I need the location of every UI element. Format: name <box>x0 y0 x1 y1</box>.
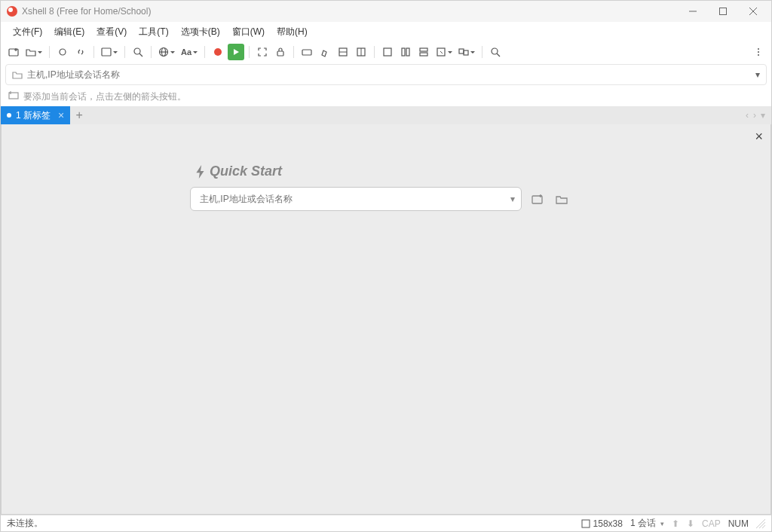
menu-tools[interactable]: 工具(T) <box>133 23 174 41</box>
menu-window[interactable]: 窗口(W) <box>226 23 271 41</box>
app-icon <box>7 6 17 17</box>
svg-rect-15 <box>302 50 311 55</box>
svg-rect-38 <box>582 520 590 527</box>
svg-rect-7 <box>102 48 111 56</box>
link-button[interactable] <box>72 44 89 60</box>
menu-help[interactable]: 帮助(H) <box>271 23 314 41</box>
maximize-button[interactable] <box>708 1 738 22</box>
svg-point-8 <box>134 48 140 54</box>
main-content: × Quick Start ▾ <box>1 124 771 515</box>
svg-rect-28 <box>464 50 468 55</box>
svg-rect-24 <box>420 48 427 51</box>
svg-rect-23 <box>406 48 409 56</box>
more-button[interactable] <box>750 44 767 60</box>
quick-start-dropdown-icon[interactable]: ▾ <box>510 194 515 204</box>
tab-prev-button[interactable]: ‹ <box>744 110 750 121</box>
tab-list-button[interactable]: ▾ <box>759 110 767 121</box>
layout3-button[interactable] <box>415 44 432 60</box>
hint-bar: 要添加当前会话，点击左侧的箭头按钮。 <box>1 87 771 106</box>
address-dropdown-icon[interactable]: ▾ <box>755 69 760 80</box>
tab-active[interactable]: 1 新标签 × <box>1 106 70 124</box>
status-num: NUM <box>728 518 749 529</box>
address-input[interactable] <box>27 69 755 80</box>
menubar: 文件(F) 编辑(E) 查看(V) 工具(T) 选项卡(B) 窗口(W) 帮助(… <box>1 22 771 41</box>
menu-file[interactable]: 文件(F) <box>7 23 48 41</box>
resize-grip-icon[interactable] <box>756 519 765 528</box>
highlight-button[interactable] <box>317 44 333 60</box>
tab-close-button[interactable]: × <box>58 109 64 121</box>
terminal-new-button[interactable] <box>99 44 120 60</box>
fullscreen-button[interactable] <box>254 44 271 60</box>
open-session-button[interactable] <box>23 44 44 60</box>
lock-button[interactable] <box>272 44 289 60</box>
quick-start-open-button[interactable] <box>553 191 570 207</box>
quick-start-input[interactable] <box>200 194 510 204</box>
address-bar[interactable]: ▾ <box>5 64 767 85</box>
svg-rect-21 <box>384 48 391 56</box>
status-bar: 未连接。 158x38 1 会话 ⬆ ⬇ CAP NUM <box>1 515 771 531</box>
svg-point-32 <box>758 51 759 53</box>
svg-point-13 <box>214 48 222 56</box>
quick-start-title: Quick Start <box>195 164 282 179</box>
layout2-button[interactable] <box>397 44 414 60</box>
svg-rect-14 <box>277 51 283 56</box>
quick-start-panel: Quick Start ▾ <box>190 164 582 211</box>
menu-tabs[interactable]: 选项卡(B) <box>175 23 226 41</box>
tab-next-button[interactable]: › <box>752 110 758 121</box>
search-button[interactable] <box>130 44 146 60</box>
status-cap: CAP <box>702 518 721 529</box>
arrange2-button[interactable] <box>456 44 477 60</box>
new-tab-button[interactable]: + <box>70 106 88 124</box>
close-window-button[interactable] <box>738 1 768 22</box>
status-sessions[interactable]: 1 会话 <box>630 517 664 530</box>
toolbar: Aa <box>1 41 771 63</box>
menu-view[interactable]: 查看(V) <box>90 23 133 41</box>
tab-nav: ‹ › ▾ <box>744 106 771 124</box>
play-button[interactable] <box>228 44 244 60</box>
keyboard-button[interactable] <box>299 44 315 60</box>
window-title: Xshell 8 (Free for Home/School) <box>22 6 678 17</box>
panel1-button[interactable] <box>335 44 351 60</box>
svg-point-33 <box>758 54 759 56</box>
svg-point-29 <box>492 48 498 54</box>
tab-label: 1 新标签 <box>16 109 51 122</box>
lightning-icon <box>195 165 207 179</box>
svg-rect-25 <box>420 53 427 56</box>
svg-point-31 <box>758 48 759 50</box>
svg-rect-22 <box>402 48 405 56</box>
svg-rect-1 <box>720 8 727 15</box>
new-session-button[interactable] <box>5 44 22 60</box>
svg-line-30 <box>497 54 500 57</box>
minimize-button[interactable] <box>678 1 708 22</box>
svg-line-9 <box>139 54 142 57</box>
arrange1-button[interactable] <box>433 44 455 60</box>
status-down-icon: ⬇ <box>687 518 694 529</box>
hint-icon <box>8 90 19 103</box>
panel2-button[interactable] <box>353 44 369 60</box>
search2-button[interactable] <box>487 44 504 60</box>
status-up-icon: ⬆ <box>672 518 679 529</box>
tab-bar: 1 新标签 × + ‹ › ▾ <box>1 106 771 124</box>
titlebar: Xshell 8 (Free for Home/School) <box>1 1 771 22</box>
status-size: 158x38 <box>581 518 623 529</box>
layout1-button[interactable] <box>379 44 396 60</box>
folder-icon <box>12 69 23 80</box>
reconnect-button[interactable] <box>54 44 71 60</box>
quick-start-new-session-button[interactable] <box>529 191 546 207</box>
quick-start-input-wrap[interactable]: ▾ <box>190 187 522 211</box>
status-connection: 未连接。 <box>7 517 574 530</box>
menu-edit[interactable]: 编辑(E) <box>48 23 90 41</box>
panel-close-button[interactable]: × <box>755 129 763 145</box>
font-button[interactable]: Aa <box>179 44 200 60</box>
hint-text: 要添加当前会话，点击左侧的箭头按钮。 <box>23 90 186 103</box>
svg-rect-27 <box>459 49 464 54</box>
size-icon <box>581 519 590 528</box>
tab-status-dot-icon <box>7 113 11 118</box>
record-button[interactable] <box>210 44 226 60</box>
encoding-button[interactable] <box>156 44 177 60</box>
